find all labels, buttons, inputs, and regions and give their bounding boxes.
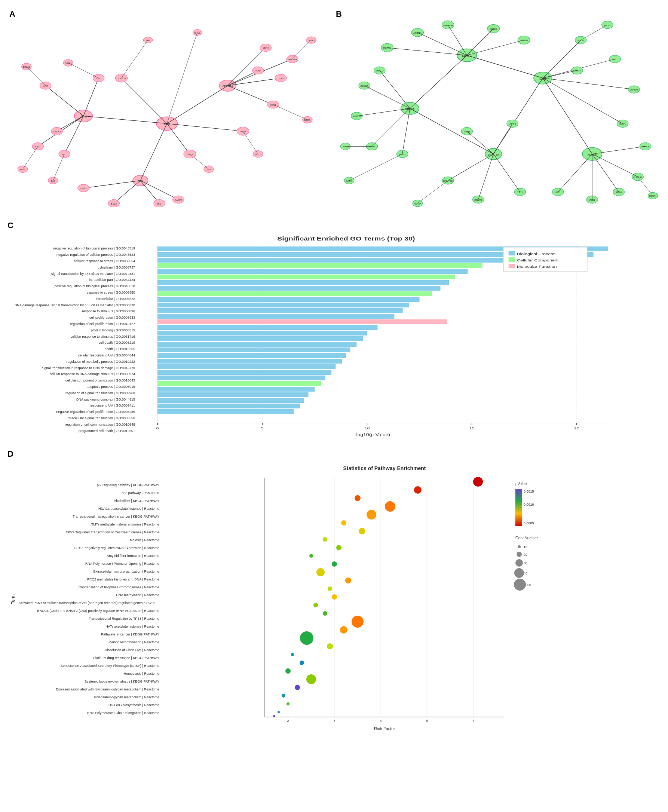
svg-line-105 — [410, 109, 493, 154]
dot-5 — [367, 510, 376, 520]
svg-text:Rich Factor: Rich Factor — [374, 726, 395, 731]
dot-29 — [277, 711, 280, 713]
pathway-term-label-7: TP53 Regulates Transcription of Cell Dea… — [19, 531, 159, 535]
svg-line-27 — [84, 180, 140, 188]
svg-text:CCND1: CCND1 — [95, 77, 103, 80]
svg-line-19 — [228, 47, 266, 86]
svg-text:Significant Enriched GO Terms : Significant Enriched GO Terms (Top 30) — [277, 236, 415, 242]
go-term-label-19: regulation of metabolic process | GO:001… — [7, 360, 135, 364]
pathway-term-label-12: Extracellular matrix organization | Reac… — [19, 570, 159, 574]
svg-line-172 — [448, 154, 494, 180]
svg-text:RBBP4: RBBP4 — [573, 69, 581, 72]
bar-19 — [157, 348, 351, 353]
bar-25 — [157, 381, 321, 386]
dot-4 — [385, 501, 395, 512]
svg-text:6: 6 — [473, 719, 474, 723]
go-term-label-15: cellular response to stimulus | GO:00517… — [7, 335, 135, 339]
go-term-label-28: intracellular signal transduction | GO:0… — [7, 417, 135, 420]
pathway-term-label-16: Activated PKN1 stimulates transcription … — [19, 601, 159, 605]
bar-8 — [157, 286, 441, 291]
dot-16 — [314, 603, 318, 607]
svg-text:0.0005: 0.0005 — [524, 521, 534, 525]
dot-6 — [341, 520, 346, 526]
svg-line-10 — [140, 124, 167, 180]
svg-line-121 — [387, 47, 467, 55]
network-svg-a: TP53 MDM2 CDKN1A BAX — [7, 7, 334, 217]
svg-line-24 — [114, 180, 140, 204]
svg-text:3: 3 — [333, 719, 335, 723]
dot-22 — [291, 653, 294, 656]
dot-27 — [282, 694, 286, 698]
bar-29 — [157, 404, 300, 408]
pathway-dot-svg: Statistics of Pathway Enrichment — [161, 461, 661, 741]
svg-line-76 — [190, 154, 209, 169]
networks-row: A TP53 MDM2 CDKN1A — [7, 7, 661, 217]
svg-text:SNAI2: SNAI2 — [616, 191, 622, 193]
go-term-label-16: cell death | GO:0008219 — [7, 341, 135, 345]
go-term-label-11: response to stimulus | GO:0050896 — [7, 310, 135, 313]
svg-text:VIM: VIM — [146, 39, 150, 42]
go-term-label-7: positive regulation of biological proces… — [7, 285, 135, 288]
bar-9 — [157, 291, 432, 296]
svg-line-67 — [68, 63, 99, 78]
dot-3 — [354, 495, 361, 501]
svg-line-64 — [27, 67, 46, 86]
go-term-label-1: negative regulation of biological proces… — [7, 247, 135, 251]
go-term-label-21: cellular response to DNA damage stimulus… — [7, 373, 135, 376]
svg-line-181 — [493, 124, 513, 154]
bar-24 — [157, 376, 325, 380]
go-term-label-3: cellular response to stress | GO:0033554 — [7, 260, 135, 263]
svg-line-157 — [592, 154, 638, 177]
svg-text:GeneNumber: GeneNumber — [515, 536, 538, 540]
svg-line-178 — [493, 154, 520, 192]
svg-text:BID: BID — [157, 202, 162, 205]
svg-text:SETD2: SETD2 — [490, 28, 498, 30]
bar-13 — [157, 314, 394, 319]
pathway-term-label-10: Amyloid fiber formation | Reactome — [19, 554, 159, 558]
network-panel-b: B KDM5C KDM6A EZH2 KDM1A — [334, 7, 661, 217]
go-term-label-13: regulation of cell proliferation | GO:00… — [7, 322, 135, 326]
pathway-term-label-25: Hemostasis | Reactome — [19, 672, 159, 676]
label-c: C — [7, 221, 13, 231]
svg-line-163 — [592, 154, 619, 192]
bar-14 — [157, 319, 447, 324]
svg-text:GATA1: GATA1 — [346, 180, 352, 182]
go-term-label-8: response to stress | GO:0006950 — [7, 291, 135, 295]
bar-18 — [157, 342, 356, 347]
svg-line-190 — [349, 154, 402, 180]
svg-text:0.0010: 0.0010 — [524, 503, 534, 506]
svg-text:BCL2: BCL2 — [111, 202, 117, 205]
dot-17 — [323, 611, 327, 616]
dot-25 — [306, 674, 316, 684]
go-term-label-25: DNA packaging complex | GO:0044815 — [7, 398, 135, 402]
pathway-term-label-21: Meiotic recombination | Reactome — [19, 641, 159, 645]
svg-text:GFI1: GFI1 — [555, 191, 561, 193]
go-term-label-26: response to UV | GO:0009411 — [7, 404, 135, 408]
svg-text:pValue: pValue — [515, 482, 527, 486]
svg-point-245 — [516, 552, 522, 557]
dot-26 — [295, 685, 300, 690]
pathway-term-label-9: SIRT1 negatively regulates rRNA Expressi… — [19, 546, 159, 550]
label-a: A — [9, 9, 15, 19]
pathway-term-label-13: PRC2 methylates histones and DNA | React… — [19, 578, 159, 581]
go-term-label-30: programmed cell death | GO:0012501 — [7, 429, 135, 433]
dot-11 — [332, 561, 337, 566]
svg-text:AEBP2: AEBP2 — [619, 122, 626, 125]
svg-text:PCNA: PCNA — [255, 69, 262, 72]
svg-line-9 — [167, 86, 227, 124]
dot-19 — [340, 626, 347, 633]
svg-text:Cellular Component: Cellular Component — [517, 259, 558, 262]
svg-text:4: 4 — [380, 719, 381, 723]
svg-text:BIRC5: BIRC5 — [304, 119, 311, 121]
svg-text:40: 40 — [524, 571, 528, 575]
go-bars-area: Significant Enriched GO Terms (Top 30) 0… — [137, 232, 661, 442]
svg-text:DNMT3B: DNMT3B — [443, 180, 453, 182]
svg-text:0: 0 — [156, 426, 159, 430]
label-d: D — [7, 449, 13, 459]
svg-text:-log10(p-Value): -log10(p-Value) — [354, 433, 390, 437]
svg-line-106 — [493, 78, 543, 154]
svg-text:CDK6: CDK6 — [278, 77, 284, 80]
svg-text:KDM2B: KDM2B — [520, 39, 528, 42]
svg-rect-238 — [515, 489, 522, 526]
go-term-label-12: cell proliferation | GO:0008933 — [7, 316, 135, 320]
